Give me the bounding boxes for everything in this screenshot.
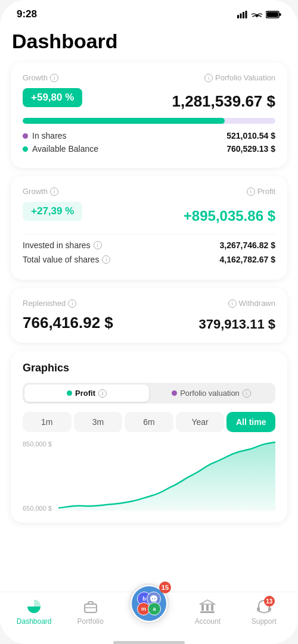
tab-profit[interactable]: Profit i <box>24 384 149 402</box>
shares-value: 521,010.54 $ <box>226 131 275 140</box>
profit-info-icon[interactable]: i <box>247 187 255 196</box>
center-circle: b m a 15 <box>129 583 169 624</box>
profit-value: +895,035.86 $ <box>184 208 275 224</box>
divider-1 <box>23 234 275 235</box>
battery-icon <box>266 11 281 18</box>
svg-rect-0 <box>237 15 239 18</box>
pie-chart-icon <box>26 599 42 614</box>
growth-label-1: Growth i <box>23 73 58 82</box>
card-graphics: Graphics Profit i Porfolio valuation i 1… <box>11 351 287 523</box>
nav-center[interactable]: b m a 15 <box>129 600 169 624</box>
svg-rect-13 <box>206 605 209 611</box>
progress-bar-fill <box>23 118 225 124</box>
stat-row-invested: Invested in shares i 3,267,746.82 $ <box>23 240 275 250</box>
card-profit: Growth i i Profit +27,39 % +895,035.86 $… <box>11 176 287 280</box>
bottom-nav: Dashboard Portfolio b <box>0 592 298 637</box>
phone-frame: 9:28 <box>0 0 298 644</box>
time-6m[interactable]: 6m <box>125 412 173 432</box>
support-nav-icon: 13 <box>256 598 272 615</box>
center-avatars: b m a <box>136 590 162 617</box>
stat-row-total: Total value of shares i 4,162,782.67 $ <box>23 255 275 264</box>
svg-marker-11 <box>200 600 215 604</box>
avatar-a: a <box>148 602 161 615</box>
time-year[interactable]: Year <box>176 412 225 432</box>
portfolio-info-icon[interactable]: i <box>204 74 213 82</box>
bank-icon <box>199 599 216 614</box>
growth-info-icon-2[interactable]: i <box>50 187 58 196</box>
svg-rect-6 <box>280 13 281 16</box>
time-3m[interactable]: 3m <box>74 412 123 432</box>
tab-portfolio-info[interactable]: i <box>243 389 251 398</box>
graphics-title: Graphics <box>23 362 275 374</box>
nav-account[interactable]: Account <box>190 598 225 626</box>
dot-green <box>23 146 28 152</box>
portfolio-value: 1,281,539.67 $ <box>172 92 276 111</box>
time-alltime[interactable]: All time <box>226 412 275 432</box>
time-1m[interactable]: 1m <box>23 412 72 432</box>
shares-label: In shares <box>32 131 67 140</box>
home-indicator <box>113 641 185 644</box>
svg-rect-14 <box>211 605 213 611</box>
center-badge: 15 <box>159 582 171 593</box>
portfolio-progress-bar <box>23 118 275 124</box>
balance-label: Available Balance <box>32 144 98 154</box>
replenished-info-icon[interactable]: i <box>68 299 76 308</box>
card-replenished: Replenished i i Withdrawn 766,416.92 $ 3… <box>11 288 287 343</box>
dashboard-nav-label: Dashboard <box>17 617 52 626</box>
svg-rect-3 <box>246 11 247 18</box>
withdrawn-value: 379,913.11 $ <box>199 317 275 332</box>
briefcase-icon <box>83 599 98 614</box>
svg-rect-7 <box>85 604 97 612</box>
total-label: Total value of shares i <box>23 255 110 264</box>
card-portfolio: Growth i i Porfolio Valuation +59,80 % 1… <box>11 62 287 168</box>
tab-portfolio-dot <box>172 390 177 396</box>
dashboard-nav-icon <box>26 598 42 615</box>
withdrawn-info-icon[interactable]: i <box>228 299 237 308</box>
status-bar: 9:28 <box>0 0 298 24</box>
legend-row-balance: Available Balance 760,529.13 $ <box>23 144 275 154</box>
svg-rect-16 <box>258 607 260 611</box>
svg-point-9 <box>152 598 153 599</box>
invested-value: 3,267,746.82 $ <box>220 240 275 250</box>
chart-area: 850,000 $ 650,000 $ <box>23 440 275 512</box>
main-content: Dashboard Growth i i Porfolio Valuation … <box>0 24 298 592</box>
svg-rect-17 <box>268 607 270 611</box>
dot-purple <box>23 133 28 139</box>
invested-label: Invested in shares i <box>23 240 102 250</box>
invested-info-icon[interactable]: i <box>94 241 102 249</box>
nav-support[interactable]: 13 Support <box>246 598 282 626</box>
withdrawn-label: i Withdrawn <box>228 299 275 308</box>
legend-row-shares: In shares 521,010.54 $ <box>23 131 275 140</box>
support-nav-label: Support <box>252 617 277 626</box>
tab-profit-info[interactable]: i <box>98 389 107 398</box>
svg-rect-5 <box>266 12 278 17</box>
status-time: 9:28 <box>17 8 37 20</box>
svg-rect-12 <box>201 605 204 611</box>
svg-point-10 <box>154 598 156 599</box>
total-value: 4,162,782.67 $ <box>220 255 275 264</box>
tab-portfolio-valuation[interactable]: Porfolio valuation i <box>149 384 274 402</box>
page-title: Dashboard <box>11 30 287 53</box>
svg-rect-2 <box>243 12 244 18</box>
replenished-value: 766,416.92 $ <box>23 314 113 332</box>
nav-portfolio[interactable]: Portfolio <box>73 598 108 626</box>
nav-dashboard[interactable]: Dashboard <box>16 598 52 626</box>
wifi-icon <box>252 11 262 18</box>
replenished-label: Replenished i <box>23 299 76 308</box>
svg-rect-1 <box>240 13 242 18</box>
status-icons <box>237 11 281 18</box>
growth-label-2: Growth i <box>23 187 58 196</box>
growth-badge-2: +27,39 % <box>23 202 82 221</box>
profit-label: i Profit <box>247 187 275 196</box>
portfolio-nav-icon <box>82 598 99 615</box>
total-info-icon[interactable]: i <box>102 255 110 264</box>
growth-badge-1: +59,80 % <box>23 88 82 107</box>
account-nav-icon <box>199 598 216 615</box>
growth-info-icon[interactable]: i <box>50 74 58 82</box>
tab-pills: Profit i Porfolio valuation i <box>23 383 275 404</box>
tab-profit-dot <box>67 390 72 396</box>
svg-rect-15 <box>200 611 215 613</box>
account-nav-label: Account <box>195 617 221 626</box>
balance-value: 760,529.13 $ <box>226 144 275 154</box>
chart-svg <box>58 440 275 511</box>
